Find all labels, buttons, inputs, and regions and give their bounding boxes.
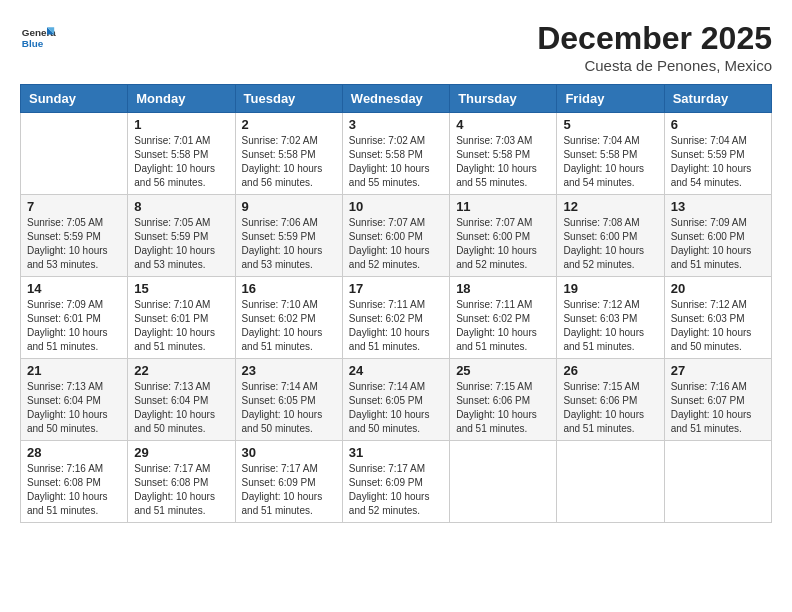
calendar-cell: 14Sunrise: 7:09 AM Sunset: 6:01 PM Dayli… <box>21 277 128 359</box>
day-number: 28 <box>27 445 121 460</box>
day-number: 1 <box>134 117 228 132</box>
calendar-cell: 19Sunrise: 7:12 AM Sunset: 6:03 PM Dayli… <box>557 277 664 359</box>
calendar-cell: 27Sunrise: 7:16 AM Sunset: 6:07 PM Dayli… <box>664 359 771 441</box>
calendar-cell: 28Sunrise: 7:16 AM Sunset: 6:08 PM Dayli… <box>21 441 128 523</box>
calendar-cell: 6Sunrise: 7:04 AM Sunset: 5:59 PM Daylig… <box>664 113 771 195</box>
day-info: Sunrise: 7:10 AM Sunset: 6:02 PM Dayligh… <box>242 298 336 354</box>
calendar-cell: 11Sunrise: 7:07 AM Sunset: 6:00 PM Dayli… <box>450 195 557 277</box>
day-number: 31 <box>349 445 443 460</box>
week-row-1: 1Sunrise: 7:01 AM Sunset: 5:58 PM Daylig… <box>21 113 772 195</box>
day-info: Sunrise: 7:02 AM Sunset: 5:58 PM Dayligh… <box>242 134 336 190</box>
day-info: Sunrise: 7:16 AM Sunset: 6:07 PM Dayligh… <box>671 380 765 436</box>
calendar-cell: 12Sunrise: 7:08 AM Sunset: 6:00 PM Dayli… <box>557 195 664 277</box>
location: Cuesta de Penones, Mexico <box>537 57 772 74</box>
title-block: December 2025 Cuesta de Penones, Mexico <box>537 20 772 74</box>
day-info: Sunrise: 7:13 AM Sunset: 6:04 PM Dayligh… <box>134 380 228 436</box>
month-title: December 2025 <box>537 20 772 57</box>
day-number: 16 <box>242 281 336 296</box>
calendar-cell: 13Sunrise: 7:09 AM Sunset: 6:00 PM Dayli… <box>664 195 771 277</box>
calendar-cell: 24Sunrise: 7:14 AM Sunset: 6:05 PM Dayli… <box>342 359 449 441</box>
calendar-cell <box>557 441 664 523</box>
calendar-cell: 7Sunrise: 7:05 AM Sunset: 5:59 PM Daylig… <box>21 195 128 277</box>
weekday-header-friday: Friday <box>557 85 664 113</box>
day-info: Sunrise: 7:13 AM Sunset: 6:04 PM Dayligh… <box>27 380 121 436</box>
day-info: Sunrise: 7:07 AM Sunset: 6:00 PM Dayligh… <box>349 216 443 272</box>
day-number: 8 <box>134 199 228 214</box>
calendar-cell: 17Sunrise: 7:11 AM Sunset: 6:02 PM Dayli… <box>342 277 449 359</box>
calendar-cell: 3Sunrise: 7:02 AM Sunset: 5:58 PM Daylig… <box>342 113 449 195</box>
day-info: Sunrise: 7:02 AM Sunset: 5:58 PM Dayligh… <box>349 134 443 190</box>
calendar-cell: 20Sunrise: 7:12 AM Sunset: 6:03 PM Dayli… <box>664 277 771 359</box>
page-header: General Blue December 2025 Cuesta de Pen… <box>20 20 772 74</box>
weekday-header-monday: Monday <box>128 85 235 113</box>
week-row-2: 7Sunrise: 7:05 AM Sunset: 5:59 PM Daylig… <box>21 195 772 277</box>
calendar-cell: 31Sunrise: 7:17 AM Sunset: 6:09 PM Dayli… <box>342 441 449 523</box>
week-row-3: 14Sunrise: 7:09 AM Sunset: 6:01 PM Dayli… <box>21 277 772 359</box>
day-info: Sunrise: 7:08 AM Sunset: 6:00 PM Dayligh… <box>563 216 657 272</box>
calendar-cell: 2Sunrise: 7:02 AM Sunset: 5:58 PM Daylig… <box>235 113 342 195</box>
day-number: 12 <box>563 199 657 214</box>
weekday-header-thursday: Thursday <box>450 85 557 113</box>
day-info: Sunrise: 7:07 AM Sunset: 6:00 PM Dayligh… <box>456 216 550 272</box>
day-info: Sunrise: 7:10 AM Sunset: 6:01 PM Dayligh… <box>134 298 228 354</box>
calendar-cell: 18Sunrise: 7:11 AM Sunset: 6:02 PM Dayli… <box>450 277 557 359</box>
day-info: Sunrise: 7:17 AM Sunset: 6:08 PM Dayligh… <box>134 462 228 518</box>
day-number: 27 <box>671 363 765 378</box>
day-info: Sunrise: 7:09 AM Sunset: 6:00 PM Dayligh… <box>671 216 765 272</box>
day-number: 14 <box>27 281 121 296</box>
week-row-5: 28Sunrise: 7:16 AM Sunset: 6:08 PM Dayli… <box>21 441 772 523</box>
day-number: 11 <box>456 199 550 214</box>
day-number: 22 <box>134 363 228 378</box>
calendar-cell: 23Sunrise: 7:14 AM Sunset: 6:05 PM Dayli… <box>235 359 342 441</box>
calendar-cell: 8Sunrise: 7:05 AM Sunset: 5:59 PM Daylig… <box>128 195 235 277</box>
day-number: 13 <box>671 199 765 214</box>
day-info: Sunrise: 7:14 AM Sunset: 6:05 PM Dayligh… <box>242 380 336 436</box>
weekday-header-wednesday: Wednesday <box>342 85 449 113</box>
day-number: 17 <box>349 281 443 296</box>
calendar-cell: 15Sunrise: 7:10 AM Sunset: 6:01 PM Dayli… <box>128 277 235 359</box>
day-info: Sunrise: 7:04 AM Sunset: 5:58 PM Dayligh… <box>563 134 657 190</box>
day-number: 6 <box>671 117 765 132</box>
day-number: 20 <box>671 281 765 296</box>
day-number: 21 <box>27 363 121 378</box>
calendar-cell <box>450 441 557 523</box>
day-info: Sunrise: 7:09 AM Sunset: 6:01 PM Dayligh… <box>27 298 121 354</box>
calendar-cell: 21Sunrise: 7:13 AM Sunset: 6:04 PM Dayli… <box>21 359 128 441</box>
day-number: 18 <box>456 281 550 296</box>
day-number: 23 <box>242 363 336 378</box>
weekday-header-saturday: Saturday <box>664 85 771 113</box>
logo: General Blue <box>20 20 56 56</box>
day-number: 9 <box>242 199 336 214</box>
day-info: Sunrise: 7:03 AM Sunset: 5:58 PM Dayligh… <box>456 134 550 190</box>
calendar-cell: 16Sunrise: 7:10 AM Sunset: 6:02 PM Dayli… <box>235 277 342 359</box>
day-info: Sunrise: 7:01 AM Sunset: 5:58 PM Dayligh… <box>134 134 228 190</box>
day-number: 29 <box>134 445 228 460</box>
calendar-cell: 25Sunrise: 7:15 AM Sunset: 6:06 PM Dayli… <box>450 359 557 441</box>
day-info: Sunrise: 7:11 AM Sunset: 6:02 PM Dayligh… <box>349 298 443 354</box>
day-info: Sunrise: 7:05 AM Sunset: 5:59 PM Dayligh… <box>134 216 228 272</box>
day-number: 24 <box>349 363 443 378</box>
day-number: 25 <box>456 363 550 378</box>
day-number: 26 <box>563 363 657 378</box>
weekday-header-row: SundayMondayTuesdayWednesdayThursdayFrid… <box>21 85 772 113</box>
day-info: Sunrise: 7:15 AM Sunset: 6:06 PM Dayligh… <box>456 380 550 436</box>
calendar-cell <box>21 113 128 195</box>
week-row-4: 21Sunrise: 7:13 AM Sunset: 6:04 PM Dayli… <box>21 359 772 441</box>
day-info: Sunrise: 7:17 AM Sunset: 6:09 PM Dayligh… <box>349 462 443 518</box>
day-info: Sunrise: 7:17 AM Sunset: 6:09 PM Dayligh… <box>242 462 336 518</box>
day-number: 4 <box>456 117 550 132</box>
calendar-cell: 9Sunrise: 7:06 AM Sunset: 5:59 PM Daylig… <box>235 195 342 277</box>
day-info: Sunrise: 7:06 AM Sunset: 5:59 PM Dayligh… <box>242 216 336 272</box>
calendar-cell: 1Sunrise: 7:01 AM Sunset: 5:58 PM Daylig… <box>128 113 235 195</box>
day-number: 30 <box>242 445 336 460</box>
calendar-table: SundayMondayTuesdayWednesdayThursdayFrid… <box>20 84 772 523</box>
svg-text:Blue: Blue <box>22 38 44 49</box>
day-number: 2 <box>242 117 336 132</box>
day-number: 5 <box>563 117 657 132</box>
day-info: Sunrise: 7:12 AM Sunset: 6:03 PM Dayligh… <box>671 298 765 354</box>
day-info: Sunrise: 7:11 AM Sunset: 6:02 PM Dayligh… <box>456 298 550 354</box>
calendar-cell: 10Sunrise: 7:07 AM Sunset: 6:00 PM Dayli… <box>342 195 449 277</box>
day-info: Sunrise: 7:15 AM Sunset: 6:06 PM Dayligh… <box>563 380 657 436</box>
logo-icon: General Blue <box>20 20 56 56</box>
day-number: 3 <box>349 117 443 132</box>
